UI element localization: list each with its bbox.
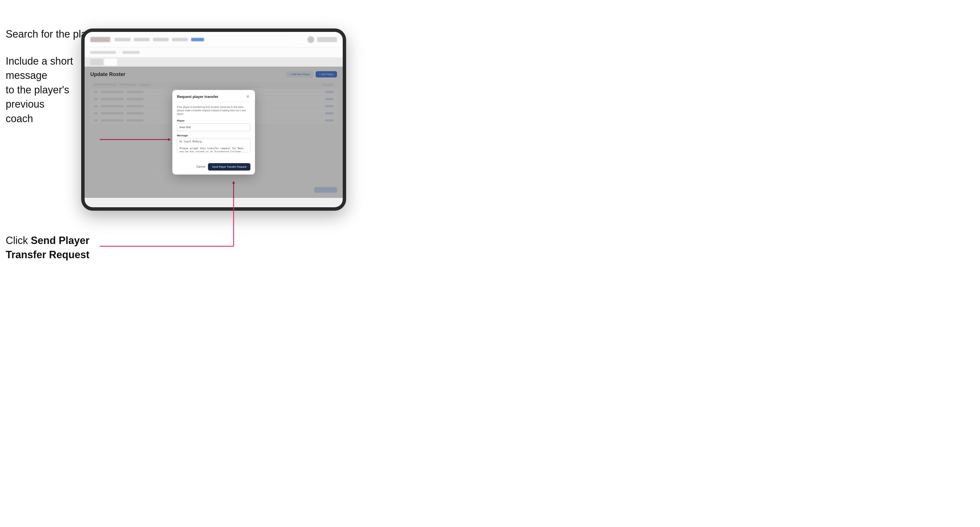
message-textarea[interactable]: Hi Coach McHarg, Please accept this tran… (177, 138, 250, 152)
tab-1 (90, 59, 103, 65)
tablet-frame: › Update Roster + Add New Player + Add P… (81, 29, 346, 211)
send-transfer-request-button[interactable]: Send Player Transfer Request (208, 163, 250, 171)
breadcrumb-2 (123, 51, 140, 54)
main-content: Update Roster + Add New Player + Add Pla… (84, 67, 343, 198)
modal-close-button[interactable]: ✕ (245, 94, 250, 99)
app-header (84, 32, 343, 48)
header-logo (90, 37, 110, 42)
tabs-bar (84, 57, 343, 67)
modal-header: Request player transfer ✕ (172, 90, 255, 102)
modal-overlay: Request player transfer ✕ If the player … (84, 67, 343, 198)
nav-item-1 (115, 38, 130, 41)
nav-item-3 (153, 38, 169, 41)
nav-item-active (191, 38, 204, 41)
tablet-screen: › Update Roster + Add New Player + Add P… (84, 32, 343, 207)
message-label: Message (177, 134, 250, 137)
nav-item-4 (172, 38, 188, 41)
header-nav (115, 38, 303, 41)
header-right (307, 36, 337, 43)
nav-item-2 (134, 38, 150, 41)
modal-body: If the player is transferring from anoth… (172, 102, 255, 160)
header-button (317, 37, 337, 42)
modal-title: Request player transfer (177, 95, 218, 99)
sub-header: › (84, 48, 343, 57)
tab-active (104, 59, 117, 65)
annotation-click: Click Send Player Transfer Request (6, 233, 103, 262)
cancel-button[interactable]: Cancel (196, 165, 205, 168)
breadcrumb-1 (90, 51, 116, 54)
modal-footer: Cancel Send Player Transfer Request (172, 160, 255, 175)
request-transfer-modal: Request player transfer ✕ If the player … (172, 90, 255, 175)
header-avatar (307, 36, 314, 43)
player-input[interactable] (177, 123, 250, 131)
modal-description: If the player is transferring from anoth… (177, 106, 250, 116)
player-label: Player (177, 119, 250, 122)
